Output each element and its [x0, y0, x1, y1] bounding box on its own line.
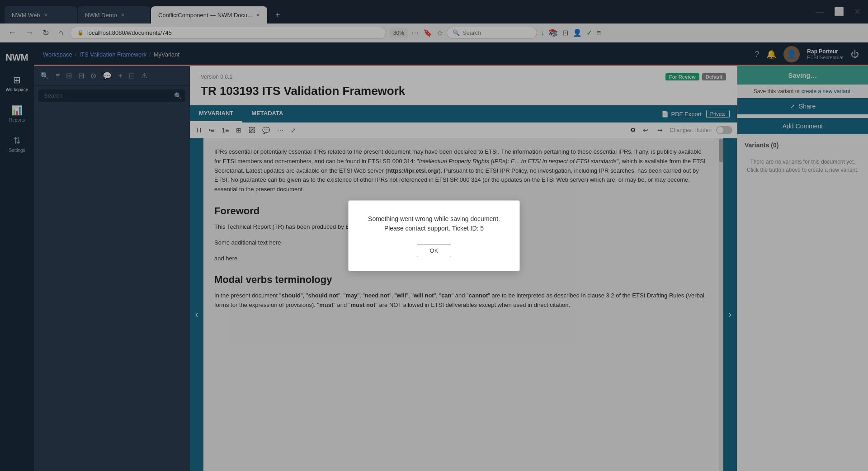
modal-overlay: Something went wrong while saving docume…: [0, 0, 868, 471]
modal-line2: Please contact support. Ticket ID: 5: [367, 224, 501, 233]
modal-ok-button[interactable]: OK: [417, 244, 452, 257]
modal-line1: Something went wrong while saving docume…: [367, 214, 501, 224]
modal-message: Something went wrong while saving docume…: [367, 214, 501, 233]
error-dialog: Something went wrong while saving docume…: [348, 200, 520, 271]
